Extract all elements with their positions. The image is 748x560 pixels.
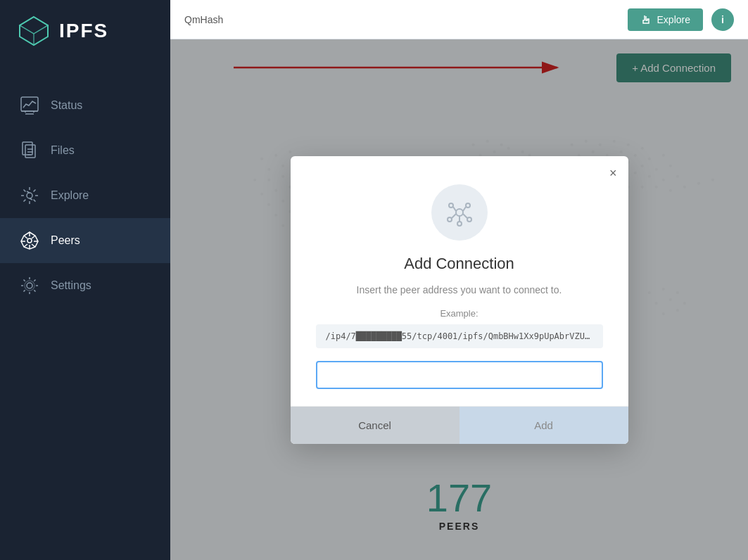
svg-line-159 [463, 214, 467, 218]
logo-text: IPFS [59, 20, 108, 42]
svg-point-150 [456, 209, 463, 216]
sidebar-item-settings-label: Settings [51, 279, 91, 292]
sidebar-item-files-label: Files [51, 144, 75, 157]
svg-line-34 [24, 236, 27, 238]
info-button-label: i [721, 14, 724, 25]
sidebar-item-peers[interactable]: Peers [0, 218, 170, 263]
search-input[interactable] [184, 14, 619, 25]
svg-point-151 [449, 203, 453, 208]
peers-icon [20, 231, 39, 250]
svg-point-155 [457, 222, 462, 226]
modal-overlay[interactable]: × [170, 39, 748, 560]
status-icon [20, 96, 39, 115]
svg-point-153 [448, 217, 452, 222]
topbar: Explore i [170, 0, 748, 39]
sidebar-item-settings[interactable]: Settings [0, 263, 170, 308]
svg-point-37 [25, 281, 34, 291]
explore-icon [20, 186, 39, 205]
svg-line-156 [453, 207, 456, 211]
svg-point-35 [27, 238, 32, 243]
main-content: Explore i [170, 0, 748, 560]
svg-point-154 [467, 217, 471, 222]
svg-point-152 [466, 203, 470, 208]
sidebar-item-explore[interactable]: Explore [0, 173, 170, 218]
content-area: + Add Connection 177 PEERS × [170, 39, 748, 560]
svg-line-23 [24, 200, 26, 202]
sidebar: IPFS Status Files [0, 0, 170, 560]
modal-title: Add Connection [316, 255, 603, 273]
svg-line-22 [34, 190, 36, 192]
modal-add-button[interactable]: Add [459, 407, 628, 444]
files-icon [20, 141, 39, 160]
info-button[interactable]: i [711, 8, 734, 31]
logo-area: IPFS [0, 0, 170, 62]
sidebar-nav: Status Files [0, 83, 170, 308]
modal-example-label: Example: [316, 308, 603, 319]
explore-hand-icon [640, 14, 652, 25]
svg-line-32 [24, 244, 27, 247]
svg-line-30 [32, 244, 35, 247]
modal-icon-circle [431, 184, 488, 241]
svg-line-28 [32, 236, 35, 238]
svg-rect-11 [25, 145, 35, 158]
modal-cancel-button[interactable]: Cancel [291, 407, 459, 444]
settings-icon [20, 276, 39, 295]
modal-icon-area [316, 184, 603, 241]
sidebar-item-status[interactable]: Status [0, 83, 170, 128]
svg-line-3 [20, 25, 34, 34]
svg-point-15 [27, 193, 32, 198]
svg-line-158 [452, 214, 456, 218]
add-connection-modal: × [291, 156, 628, 444]
logo-icon [17, 14, 51, 48]
svg-line-21 [34, 200, 36, 202]
sidebar-item-explore-label: Explore [51, 189, 89, 202]
svg-line-157 [463, 207, 466, 211]
sidebar-item-files[interactable]: Files [0, 128, 170, 173]
svg-line-24 [27, 191, 30, 193]
svg-line-25 [30, 198, 32, 200]
svg-rect-10 [23, 142, 32, 155]
modal-network-icon [444, 197, 475, 228]
svg-line-20 [24, 190, 26, 192]
modal-example-value: /ip4/7█████████55/tcp/4001/ipfs/QmbBHw1X… [316, 324, 603, 348]
explore-button[interactable]: Explore [628, 8, 703, 31]
sidebar-item-peers-label: Peers [51, 234, 80, 247]
svg-marker-1 [20, 17, 48, 34]
explore-button-label: Explore [657, 14, 690, 25]
modal-close-button[interactable]: × [609, 166, 617, 181]
svg-line-4 [34, 25, 48, 34]
modal-subtitle: Insert the peer address you want to conn… [316, 284, 603, 295]
svg-point-36 [27, 283, 32, 288]
sidebar-item-status-label: Status [51, 99, 82, 112]
modal-footer: Cancel Add [291, 406, 628, 444]
peer-address-input[interactable] [316, 361, 603, 389]
